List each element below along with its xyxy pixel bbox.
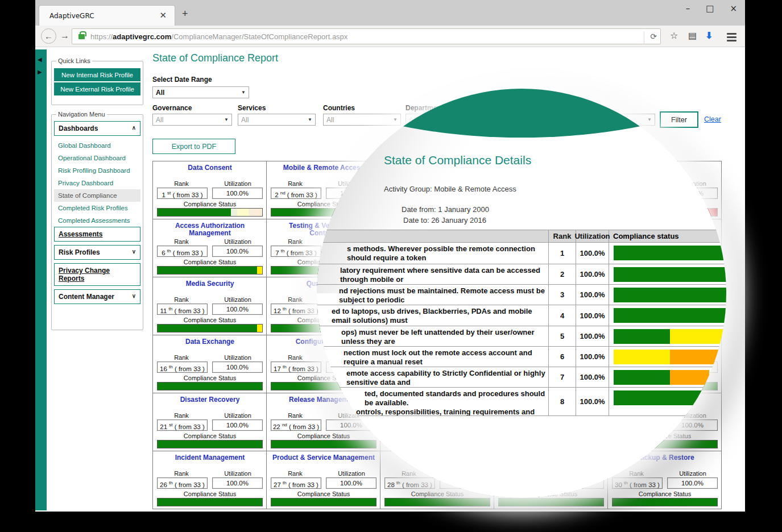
compliance-card[interactable]: Disaster RecoveryRankUtilization21 st ( … — [153, 393, 267, 451]
compliance-status-label: Compliance Status — [154, 201, 266, 207]
forward-icon[interactable]: → — [60, 31, 69, 41]
browser-tab[interactable]: AdaptiveGRC ✕ — [39, 5, 175, 26]
compliance-card[interactable]: Media SecurityRankUtilization11 th ( fro… — [153, 277, 267, 335]
back-icon[interactable]: ← — [41, 28, 56, 44]
sidebar-item-completed-risk-profiles[interactable]: Completed Risk Profiles — [54, 202, 140, 214]
compliance-card[interactable]: Data ConsentRankUtilization1 st ( from 3… — [153, 161, 267, 219]
compliance-status-label: Compliance Status — [154, 259, 266, 265]
reading-list-icon[interactable]: ▤ — [688, 30, 697, 41]
filter-select-services[interactable]: All▼ — [238, 114, 316, 126]
lens-text-line: latory requirement where sensitive data … — [317, 266, 548, 284]
filter-select-governance[interactable]: All▼ — [152, 114, 232, 126]
bar-segment — [614, 390, 705, 405]
browser-toolbar: ← → https://adaptivegrc.com/ComplianceMa… — [35, 26, 745, 47]
sidebar-item-global-dashboard[interactable]: Global Dashboard — [54, 139, 140, 152]
lens-compliance-bar — [614, 246, 726, 260]
lens-utilization-cell: 100.0% — [576, 347, 609, 367]
rank-box: 22 nd ( from 33 ) — [271, 419, 321, 431]
lens-requirement-text: s methods. Wherever possible the remote … — [317, 243, 549, 264]
card-title: Media Security — [154, 280, 266, 296]
new-tab-button[interactable]: + — [182, 8, 188, 20]
new-external-risk-profile-button[interactable]: New External Risk Profile — [54, 82, 140, 95]
bar-segment — [257, 325, 262, 332]
url-bar[interactable]: https://adaptivegrc.com/ComplianceManage… — [72, 28, 661, 44]
lens-status-cell — [609, 243, 726, 264]
sidebar-section-risk-profiles[interactable]: Risk Profiles∨ — [54, 245, 140, 260]
bar-segment — [257, 267, 262, 274]
utilization-label: Utilization — [212, 180, 263, 187]
lens-utilization-cell: 100.0% — [576, 367, 609, 387]
rank-box: 1 st ( from 33 ) — [157, 188, 208, 199]
clear-link[interactable]: Clear — [704, 115, 721, 123]
bar-segment — [231, 209, 237, 216]
lens-rank-cell: 7 — [549, 367, 576, 387]
collapse-right-icon[interactable]: ▶ — [38, 69, 42, 75]
bar-segment — [499, 498, 603, 506]
compliance-status-label: Compliance Status — [268, 491, 379, 497]
bar-segment — [614, 246, 726, 260]
utilization-label: Utilization — [212, 296, 263, 303]
lens-text-line: ame and password (two factor authenticat… — [317, 263, 548, 264]
date-range-select[interactable]: All ▼ — [152, 86, 249, 98]
lens-rank-cell: 3 — [549, 285, 576, 305]
lens-status-cell — [609, 305, 726, 326]
browser-titlebar: AdaptiveGRC ✕ + – □ × — [35, 0, 745, 26]
sidebar-item-privacy-dashboard[interactable]: Privacy Dashboard — [54, 177, 140, 189]
lens-status-cell — [609, 264, 726, 284]
lens-compliance-bar — [614, 267, 726, 282]
chevron-down-icon: ▼ — [241, 90, 246, 95]
utilization-label: Utilization — [212, 354, 263, 361]
lens-table-row: ops) must never be left unattended by th… — [317, 326, 726, 347]
compliance-card[interactable]: Product & Service ManagementRankUtilizat… — [267, 451, 380, 509]
utilization-box: 100.0% — [212, 477, 263, 489]
card-title: Disaster Recovery — [154, 396, 266, 412]
collapse-left-icon[interactable]: ◀ — [38, 56, 42, 63]
lens-text-line: outs. Passwords must meet an appropriate… — [317, 325, 548, 326]
bar-segment — [614, 329, 670, 344]
rank-label: Rank — [269, 354, 321, 361]
bar-segment — [237, 209, 249, 216]
bar-segment — [614, 370, 670, 385]
sidebar-section-content-manager[interactable]: Content Manager∨ — [54, 289, 140, 304]
sidebar-item-operational-dashboard[interactable]: Operational Dashboard — [54, 152, 140, 164]
lens-compliance-bar — [614, 308, 726, 323]
lens-table-row: ted, documented standards and procedures… — [317, 388, 726, 416]
filter-button[interactable]: Filter — [660, 111, 698, 128]
compliance-card[interactable]: Access Authorization ManagementRankUtili… — [153, 219, 267, 277]
bookmark-star-icon[interactable]: ☆ — [670, 30, 678, 41]
sidebar-item-risk-profiling-dashboard[interactable]: Risk Profiling Dashboard — [54, 164, 140, 177]
compliance-status-label: Compliance Status — [268, 433, 379, 439]
tab-close-icon[interactable]: ✕ — [159, 10, 167, 20]
lens-text-line: ed to laptops, usb drives, Blackberries,… — [317, 307, 548, 325]
compliance-card[interactable]: Data ExchangeRankUtilization16 th ( from… — [153, 335, 267, 393]
sidebar-item-state-of-compliance[interactable]: State of Compliance — [54, 189, 140, 202]
new-internal-risk-profile-button[interactable]: New Internal Risk Profile — [54, 68, 140, 81]
chevron-up-icon: ∧ — [132, 124, 136, 131]
navigation-menu-panel: Navigation Menu Dashboards∧Global Dashbo… — [51, 111, 143, 330]
lens-utilization-cell: 100.0% — [576, 285, 609, 305]
rank-label: Rank — [155, 354, 208, 361]
sidebar-section-dashboards[interactable]: Dashboards∧ — [54, 121, 140, 136]
sidebar-section-assessments[interactable]: Assessments — [54, 227, 140, 242]
filter-select-countries[interactable]: All▼ — [323, 114, 401, 126]
sidebar-item-completed-assessments[interactable]: Completed Assessments — [54, 214, 140, 227]
compliance-bar — [157, 498, 263, 506]
minimize-button[interactable]: – — [686, 3, 690, 14]
lens-rank-cell: 6 — [549, 347, 576, 367]
lens-table-row: latory requirement where sensitive data … — [317, 264, 726, 285]
export-to-pdf-button[interactable]: Export to PDF — [152, 139, 235, 154]
bar-segment — [158, 440, 262, 448]
compliance-card[interactable]: Incident ManagementRankUtilization26 th … — [153, 451, 267, 509]
maximize-button[interactable]: □ — [706, 3, 714, 14]
lens-utilization-cell: 100.0% — [576, 264, 609, 284]
close-button[interactable]: × — [730, 3, 737, 14]
filter-value: All — [326, 116, 334, 124]
menu-icon[interactable] — [727, 31, 737, 43]
sidebar-section-privacy-change-reports[interactable]: Privacy Change Reports — [54, 263, 140, 286]
rank-label: Rank — [269, 412, 321, 419]
reload-icon[interactable]: ⟳ — [644, 31, 657, 44]
lens-utilization-cell: 100.0% — [576, 305, 609, 326]
downloads-icon[interactable]: ⬇ — [705, 30, 713, 41]
rank-box: 11 th ( from 33 ) — [157, 304, 208, 315]
rank-box: 21 st ( from 33 ) — [157, 419, 208, 431]
